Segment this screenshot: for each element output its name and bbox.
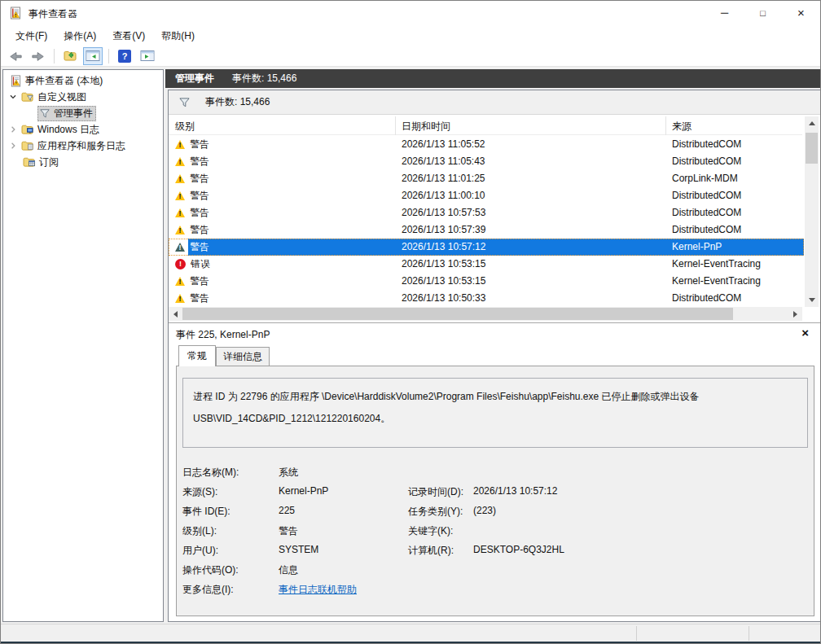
- keywords-label: 关键字(K):: [408, 524, 453, 538]
- table-row[interactable]: 警告 2026/1/13 10:50:33DistributedCOM: [169, 290, 804, 307]
- column-divider[interactable]: [395, 116, 396, 135]
- table-row[interactable]: 警告 2026/1/13 10:57:39DistributedCOM: [169, 221, 804, 239]
- status-divider: [749, 626, 749, 641]
- filter-icon: [39, 108, 50, 119]
- tree-item-administrative-events[interactable]: 管理事件: [3, 105, 163, 121]
- folder-apps-icon: [21, 140, 34, 151]
- scroll-down-icon[interactable]: [805, 293, 819, 307]
- event-viewer-window: 事件查看器 ─ □ × 文件(F) 操作(A) 查看(V) 帮助(H) ?: [0, 0, 821, 644]
- horizontal-scrollbar[interactable]: [169, 307, 802, 321]
- event-id-label: 事件 ID(E):: [182, 505, 230, 519]
- horizontal-scroll-thumb[interactable]: [182, 308, 733, 320]
- toolbar-separator: [54, 49, 55, 64]
- user-label: 用户(U):: [182, 544, 218, 558]
- warning-icon: [175, 157, 185, 166]
- warning-icon: [175, 191, 185, 200]
- event-details-pane: 事件 225, Kernel-PnP × 常规 详细信息 进程 ID 为 227…: [169, 322, 820, 621]
- tree-item-label: Windows 日志: [37, 123, 99, 137]
- tree-item-label: 事件查看器 (本地): [25, 74, 103, 88]
- filter-count-label: 事件数: 15,466: [205, 95, 270, 109]
- warning-icon: [175, 140, 185, 149]
- opcode-value: 信息: [279, 563, 298, 577]
- tree-item-applications-and-services-logs[interactable]: 应用程序和服务日志: [3, 138, 163, 154]
- menu-bar: 文件(F) 操作(A) 查看(V) 帮助(H): [1, 26, 820, 46]
- column-header-datetime[interactable]: 日期和时间: [402, 120, 450, 134]
- menu-help[interactable]: 帮助(H): [153, 26, 203, 46]
- folder-logs-icon: [21, 124, 34, 135]
- close-details-icon[interactable]: ×: [801, 326, 809, 340]
- table-row[interactable]: 警告 2026/1/13 11:00:10DistributedCOM: [169, 187, 804, 204]
- column-header-level[interactable]: 级别: [175, 120, 195, 134]
- tree-item-subscriptions[interactable]: 订阅: [3, 154, 163, 170]
- tree-item-label: 管理事件: [54, 107, 93, 120]
- status-bar: [1, 624, 820, 642]
- forward-icon[interactable]: [29, 47, 48, 65]
- log-name-label: 日志名称(M):: [182, 466, 239, 480]
- error-icon: [175, 259, 186, 269]
- more-info-label: 更多信息(I):: [182, 583, 234, 597]
- menu-action[interactable]: 操作(A): [55, 26, 104, 46]
- level-label: 级别(L):: [182, 524, 217, 538]
- event-viewer-app-icon: [9, 7, 22, 20]
- menu-file[interactable]: 文件(F): [7, 26, 55, 46]
- filter-bar: 事件数: 15,466: [169, 90, 820, 115]
- event-details-title: 事件 225, Kernel-PnP: [176, 328, 270, 342]
- table-row-selected[interactable]: 警告 2026/1/13 10:57:12Kernel-PnP: [169, 239, 804, 256]
- console-tree: 事件查看器 (本地) 自定义视图 管理事件: [2, 69, 164, 622]
- console-tree-toggle-icon[interactable]: [83, 47, 103, 65]
- event-viewer-icon: [10, 75, 22, 87]
- scroll-left-icon[interactable]: [169, 307, 182, 321]
- tree-item-event-viewer-root[interactable]: 事件查看器 (本地): [3, 72, 163, 89]
- tab-general[interactable]: 常规: [178, 345, 216, 366]
- general-tab-content: 进程 ID 为 22796 的应用程序 \Device\HarddiskVolu…: [176, 366, 814, 616]
- task-category-label: 任务类别(Y):: [408, 505, 463, 519]
- warning-icon: [175, 174, 185, 183]
- tab-details[interactable]: 详细信息: [216, 347, 270, 366]
- level-value: 警告: [279, 524, 298, 538]
- user-value: SYSTEM: [279, 544, 318, 555]
- tree-item-windows-logs[interactable]: Windows 日志: [3, 121, 163, 138]
- help-icon[interactable]: ?: [115, 47, 134, 65]
- table-row[interactable]: 错误 2026/1/13 10:53:15Kernel-EventTracing: [169, 256, 804, 273]
- event-id-value: 225: [279, 505, 295, 516]
- open-saved-log-icon[interactable]: [60, 47, 80, 65]
- vertical-scrollbar[interactable]: [805, 116, 819, 307]
- back-icon[interactable]: [6, 47, 25, 65]
- warning-icon: [175, 243, 185, 252]
- menu-view[interactable]: 查看(V): [104, 26, 153, 46]
- source-value: Kernel-PnP: [279, 485, 328, 497]
- source-label: 来源(S):: [182, 485, 217, 499]
- table-row[interactable]: 警告 2026/1/13 10:53:15Kernel-EventTracing: [169, 273, 804, 290]
- event-description: 进程 ID 为 22796 的应用程序 \Device\HarddiskVolu…: [182, 378, 808, 448]
- table-row[interactable]: 警告 2026/1/13 10:57:53DistributedCOM: [169, 204, 804, 221]
- scroll-right-icon[interactable]: [788, 307, 802, 321]
- column-header-source[interactable]: 来源: [672, 120, 691, 134]
- chevron-right-icon[interactable]: [8, 142, 18, 150]
- folder-filter-icon: [21, 91, 34, 103]
- view-title: 管理事件: [175, 72, 214, 85]
- chevron-down-icon[interactable]: [8, 93, 18, 101]
- table-header: 级别 日期和时间 来源: [169, 116, 802, 135]
- column-divider[interactable]: [665, 116, 666, 135]
- status-divider: [636, 626, 637, 641]
- view-header: 管理事件 事件数: 15,466: [165, 69, 821, 88]
- table-row[interactable]: 警告 2026/1/13 11:05:43DistributedCOM: [169, 153, 804, 170]
- close-button[interactable]: ×: [782, 1, 820, 26]
- subscriptions-icon: [23, 156, 36, 168]
- logged-value: 2026/1/13 10:57:12: [473, 485, 557, 497]
- event-log-online-help-link[interactable]: 事件日志联机帮助: [279, 583, 357, 597]
- filter-funnel-icon: [178, 97, 191, 108]
- logged-label: 记录时间(D):: [408, 485, 463, 499]
- task-category-value: (223): [473, 505, 496, 516]
- action-pane-toggle-icon[interactable]: [138, 47, 157, 65]
- vertical-scroll-thumb[interactable]: [806, 133, 818, 164]
- warning-icon: [175, 277, 185, 286]
- warning-icon: [175, 208, 185, 217]
- table-row[interactable]: 警告 2026/1/13 11:05:52DistributedCOM: [169, 136, 804, 153]
- tree-item-custom-views[interactable]: 自定义视图: [3, 89, 163, 105]
- scroll-up-icon[interactable]: [805, 116, 819, 130]
- chevron-right-icon[interactable]: [8, 125, 18, 134]
- minimize-button[interactable]: ─: [705, 1, 744, 26]
- maximize-button[interactable]: □: [744, 1, 782, 26]
- table-row[interactable]: 警告 2026/1/13 11:01:25CorpLink-MDM: [169, 170, 804, 187]
